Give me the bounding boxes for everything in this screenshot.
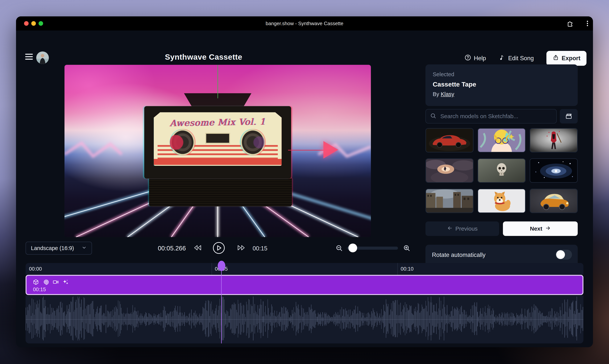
author-link[interactable]: Klasy [441,91,454,97]
rotate-toggle[interactable] [555,250,572,260]
by-prefix: By [433,91,439,97]
zoom-in-icon[interactable] [403,244,411,253]
avatar[interactable] [36,52,49,64]
cassette-tape-window [206,134,229,143]
model-grid [426,128,578,213]
model-thumbnail-shiba[interactable] [478,189,526,213]
aspect-ratio-value: Landscape (16:9) [31,245,74,251]
music-note-icon [498,54,505,63]
cassette-model: Awesome Mix Vol. 1 [144,106,291,179]
app-window: banger.show - Synthwave Cassette S [16,16,593,347]
video-camera-icon [53,279,59,285]
play-button[interactable] [213,242,225,255]
fast-forward-button[interactable] [237,244,245,252]
aspect-ratio-dropdown[interactable]: Landscape (16:9) [26,242,92,255]
selected-model-name: Cassette Tape [433,81,570,88]
help-circle-icon [464,54,471,63]
edit-song-label: Edit Song [508,55,534,62]
window-title: banger.show - Synthwave Cassette [16,16,593,30]
help-button[interactable]: Help [464,54,486,63]
total-duration: 00:15 [253,245,276,252]
model-thumbnail-stormy-sky[interactable] [426,158,473,183]
arrow-right-icon [545,225,551,232]
next-label: Next [530,225,542,232]
model-thumbnail-skull[interactable] [478,158,526,183]
scene-clip[interactable]: 00:15 [26,275,583,295]
previous-page-button[interactable]: Previous [426,221,499,236]
clapperboard-button[interactable] [560,109,578,123]
arrow-left-icon [447,225,453,232]
model-thumbnail-galaxy[interactable] [530,158,578,183]
sparkles-icon [62,279,69,285]
rewind-button[interactable] [194,244,202,252]
preview-viewport[interactable]: Awesome Mix Vol. 1 [65,65,371,237]
playhead-line[interactable] [221,263,222,343]
cassette-left-reel [172,130,194,154]
zoom-out-icon[interactable] [335,244,343,253]
model-thumbnail-orange-car[interactable] [530,189,578,213]
search-input[interactable] [440,113,552,120]
desktop-wallpaper: banger.show - Synthwave Cassette S [0,0,609,364]
audio-waveform-panel[interactable] [26,295,583,343]
rotate-label: Rotate automatically [432,252,485,259]
ruler-tick-2: 00:10 [401,266,414,272]
cube-icon [33,279,39,285]
clip-duration: 00:15 [33,287,46,293]
rotate-toggle-knob[interactable] [556,250,565,259]
model-thumbnail-red-warrior[interactable] [530,128,578,153]
menu-kebab-icon[interactable] [584,20,591,27]
selected-label: Selected [433,71,570,78]
cassette-label: Awesome Mix Vol. 1 [154,112,282,166]
export-label: Export [562,55,580,62]
selected-model-author: By Klasy [433,91,570,97]
model-thumbnail-anime-girl[interactable] [478,128,526,153]
cassette-red-band [154,159,282,165]
ruler-tick-0: 00:00 [29,266,42,272]
next-page-button[interactable]: Next [503,221,578,236]
hamburger-menu-icon[interactable] [25,54,33,60]
cassette-right-reel [242,130,264,154]
clip-icons [33,279,69,285]
playhead-knob[interactable] [218,261,225,271]
cassette-base [149,177,292,206]
chevron-down-icon [82,245,87,251]
extensions-icon[interactable] [566,20,573,27]
model-thumbnail-red-car[interactable] [426,128,473,153]
audio-waveform [26,295,583,343]
model-search [426,109,557,123]
search-icon [430,113,437,120]
previous-label: Previous [456,225,478,232]
titlebar: banger.show - Synthwave Cassette [16,16,593,30]
pink-arrow [323,141,338,158]
timeline-zoom-knob[interactable] [348,244,357,252]
selected-model-card: Selected Cassette Tape By Klasy [426,65,578,106]
timeline-ruler[interactable]: 00:00 00:05 00:10 [26,263,583,275]
ruler-separator [212,263,212,275]
edit-song-button[interactable]: Edit Song [498,54,534,63]
cassette-title-text: Awesome Mix Vol. 1 [153,116,282,129]
page-title: Synthwave Cassette [146,52,261,62]
export-button[interactable]: Export [546,51,586,66]
spiral-icon [42,279,49,285]
export-share-icon [553,54,559,62]
current-time: 00:05.266 [138,245,186,252]
ruler-separator [397,263,398,275]
green-hairline [218,65,218,98]
header-actions: Help Edit Song [464,51,586,66]
help-label: Help [474,55,486,62]
model-thumbnail-city[interactable] [426,189,473,213]
